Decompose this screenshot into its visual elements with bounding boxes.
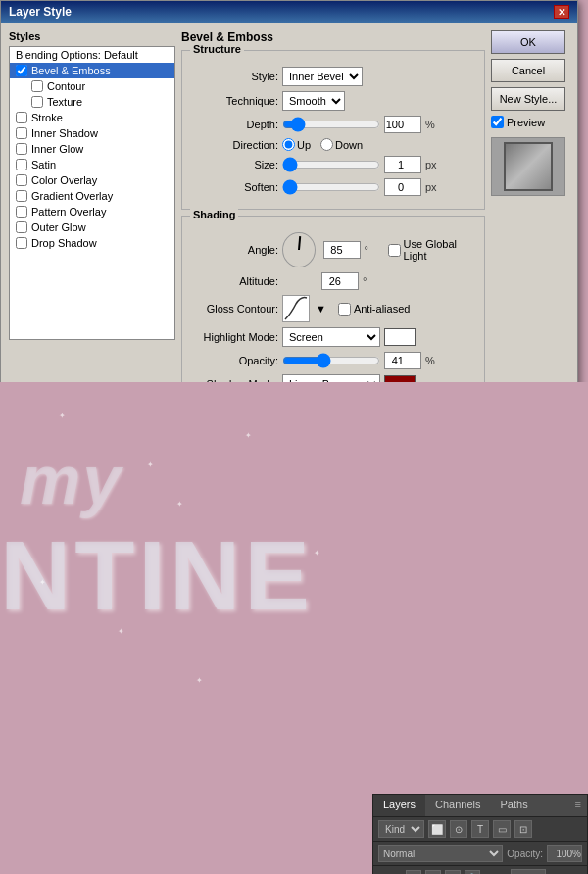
- layers-panel-menu[interactable]: ≡: [569, 795, 587, 816]
- style-item-gradient-overlay[interactable]: Gradient Overlay: [10, 188, 174, 204]
- size-slider[interactable]: [282, 158, 380, 171]
- gloss-contour-row: Gloss Contour: ▼ Anti-aliased: [190, 295, 476, 322]
- inner-glow-checkbox[interactable]: [16, 143, 27, 155]
- contour-thumbnail[interactable]: [282, 295, 310, 322]
- satin-checkbox[interactable]: [16, 159, 27, 170]
- style-item-drop-shadow[interactable]: Drop Shadow: [10, 235, 174, 251]
- opacity-input[interactable]: [547, 845, 582, 862]
- soften-field-label: Soften:: [190, 181, 278, 193]
- highlight-opacity-unit: %: [425, 355, 439, 366]
- gradient-overlay-label: Gradient Overlay: [31, 190, 113, 202]
- highlight-opacity-label: Opacity:: [190, 355, 278, 366]
- kind-select[interactable]: Kind: [378, 820, 424, 838]
- stroke-checkbox[interactable]: [16, 112, 27, 123]
- altitude-field-label: Altitude:: [190, 275, 278, 287]
- inner-shadow-checkbox[interactable]: [16, 127, 27, 139]
- be-section-title: Bevel & Emboss: [181, 30, 485, 44]
- fill-input[interactable]: [511, 869, 546, 874]
- preview-checkbox[interactable]: [491, 116, 504, 128]
- soften-input[interactable]: [384, 178, 421, 196]
- drop-shadow-checkbox[interactable]: [16, 237, 27, 249]
- preview-label-row[interactable]: Preview: [491, 116, 569, 128]
- style-item-blending[interactable]: Blending Options: Default: [10, 47, 174, 63]
- style-item-inner-glow[interactable]: Inner Glow: [10, 141, 174, 157]
- lock-position-btn[interactable]: ✛: [445, 870, 461, 874]
- soften-slider[interactable]: [282, 180, 380, 194]
- style-item-outer-glow[interactable]: Outer Glow: [10, 219, 174, 235]
- style-item-color-overlay[interactable]: Color Overlay: [10, 172, 174, 188]
- highlight-opacity-row: Opacity: %: [190, 352, 476, 369]
- depth-field-label: Depth:: [190, 119, 278, 130]
- tab-channels[interactable]: Channels: [425, 795, 490, 816]
- depth-input[interactable]: [384, 116, 421, 133]
- style-item-pattern-overlay[interactable]: Pattern Overlay: [10, 204, 174, 219]
- lock-transparency-btn[interactable]: ▦: [406, 870, 421, 874]
- color-overlay-checkbox[interactable]: [16, 174, 27, 186]
- style-item-satin[interactable]: Satin: [10, 157, 174, 172]
- direction-up-label[interactable]: Up: [282, 138, 311, 151]
- altitude-input[interactable]: [321, 272, 359, 290]
- highlight-opacity-input[interactable]: [384, 352, 421, 369]
- filter-pixel-btn[interactable]: ⬜: [428, 820, 446, 838]
- style-item-bevel[interactable]: Bevel & Emboss: [10, 63, 174, 78]
- tab-paths[interactable]: Paths: [491, 795, 538, 816]
- style-item-stroke[interactable]: Stroke: [10, 110, 174, 125]
- style-field-label: Style:: [190, 71, 278, 82]
- contour-checkbox[interactable]: [31, 80, 43, 92]
- highlight-color-swatch[interactable]: [384, 328, 416, 346]
- dropdown-arrow[interactable]: ▼: [316, 303, 326, 315]
- shading-label: Shading: [190, 209, 238, 220]
- layers-tabs: Layers Channels Paths ≡: [373, 795, 587, 817]
- angle-row: Angle: ° Use Global Light: [190, 232, 476, 267]
- new-style-button[interactable]: New Style...: [491, 87, 565, 111]
- direction-up-radio[interactable]: [282, 138, 295, 151]
- sparkle-1: ✦: [59, 412, 66, 420]
- blending-label: Blending Options: Default: [16, 49, 138, 61]
- sparkle-8: ✦: [314, 549, 320, 558]
- size-row: Size: px: [190, 156, 476, 173]
- bevel-checkbox[interactable]: [16, 65, 27, 76]
- lock-image-btn[interactable]: ✏: [425, 870, 441, 874]
- pattern-overlay-checkbox[interactable]: [16, 206, 27, 218]
- soften-row: Soften: px: [190, 178, 476, 196]
- sparkle-6: ✦: [118, 627, 124, 636]
- global-light-checkbox[interactable]: [388, 244, 401, 257]
- outer-glow-checkbox[interactable]: [16, 221, 27, 233]
- close-button[interactable]: ✕: [554, 5, 569, 19]
- tab-layers[interactable]: Layers: [373, 795, 425, 816]
- filter-smart-btn[interactable]: ⊡: [514, 820, 532, 838]
- highlight-mode-select[interactable]: Screen: [282, 327, 380, 347]
- structure-label: Structure: [190, 43, 244, 55]
- lock-all-btn[interactable]: 🔒: [465, 870, 480, 874]
- anti-aliased-checkbox[interactable]: [338, 303, 351, 316]
- size-input[interactable]: [384, 156, 421, 173]
- style-item-texture[interactable]: Texture: [10, 94, 174, 110]
- global-light-text: Use Global Light: [404, 238, 476, 262]
- depth-unit: %: [425, 119, 439, 130]
- ok-button[interactable]: OK: [491, 30, 565, 54]
- filter-shape-btn[interactable]: ▭: [493, 820, 511, 838]
- angle-input[interactable]: [323, 241, 361, 259]
- gradient-overlay-checkbox[interactable]: [16, 190, 27, 202]
- layers-mode-row: Normal Opacity:: [373, 842, 587, 866]
- cancel-button[interactable]: Cancel: [491, 59, 565, 82]
- filter-type-btn[interactable]: T: [471, 820, 489, 838]
- style-item-contour[interactable]: Contour: [10, 78, 174, 94]
- direction-down-radio[interactable]: [320, 138, 333, 151]
- filter-adjust-btn[interactable]: ⊙: [450, 820, 467, 838]
- texture-label: Texture: [47, 96, 82, 108]
- technique-select[interactable]: Smooth: [282, 91, 345, 111]
- global-light-label[interactable]: Use Global Light: [388, 238, 476, 262]
- angle-widget[interactable]: [282, 232, 316, 267]
- texture-checkbox[interactable]: [31, 96, 43, 108]
- preview-box: [491, 137, 565, 196]
- direction-down-label[interactable]: Down: [320, 138, 363, 151]
- style-item-inner-shadow[interactable]: Inner Shadow: [10, 125, 174, 141]
- highlight-opacity-slider[interactable]: [282, 354, 380, 367]
- inner-glow-label: Inner Glow: [31, 143, 83, 155]
- depth-slider[interactable]: [282, 118, 380, 131]
- blend-mode-select[interactable]: Normal: [378, 845, 503, 862]
- anti-aliased-label[interactable]: Anti-aliased: [338, 303, 410, 316]
- style-select[interactable]: Inner Bevel: [282, 67, 363, 86]
- canvas-text-ntine: NTINE: [0, 519, 314, 632]
